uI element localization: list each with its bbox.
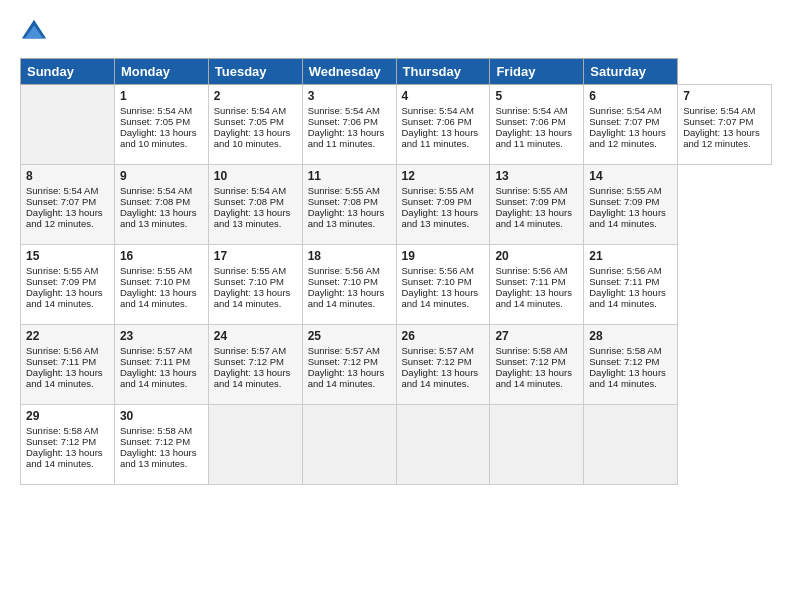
sunset-label: Sunset: 7:12 PM: [26, 436, 96, 447]
sunset-label: Sunset: 7:05 PM: [214, 116, 284, 127]
day-header-friday: Friday: [490, 59, 584, 85]
daylight-label: Daylight: 13 hours and 14 minutes.: [214, 287, 291, 309]
daylight-label: Daylight: 13 hours and 10 minutes.: [214, 127, 291, 149]
calendar-cell: 2 Sunrise: 5:54 AM Sunset: 7:05 PM Dayli…: [208, 85, 302, 165]
day-number: 5: [495, 89, 578, 103]
sunrise-label: Sunrise: 5:58 AM: [26, 425, 98, 436]
day-number: 7: [683, 89, 766, 103]
page: SundayMondayTuesdayWednesdayThursdayFrid…: [0, 0, 792, 612]
day-number: 22: [26, 329, 109, 343]
calendar-cell: 4 Sunrise: 5:54 AM Sunset: 7:06 PM Dayli…: [396, 85, 490, 165]
sunset-label: Sunset: 7:09 PM: [26, 276, 96, 287]
day-number: 21: [589, 249, 672, 263]
day-number: 1: [120, 89, 203, 103]
calendar-cell: 23 Sunrise: 5:57 AM Sunset: 7:11 PM Dayl…: [114, 325, 208, 405]
day-number: 28: [589, 329, 672, 343]
day-header-tuesday: Tuesday: [208, 59, 302, 85]
day-number: 13: [495, 169, 578, 183]
calendar-cell: 27 Sunrise: 5:58 AM Sunset: 7:12 PM Dayl…: [490, 325, 584, 405]
week-row-3: 15 Sunrise: 5:55 AM Sunset: 7:09 PM Dayl…: [21, 245, 772, 325]
calendar-cell: [490, 405, 584, 485]
sunset-label: Sunset: 7:12 PM: [214, 356, 284, 367]
day-number: 23: [120, 329, 203, 343]
sunset-label: Sunset: 7:11 PM: [26, 356, 96, 367]
calendar-cell: 28 Sunrise: 5:58 AM Sunset: 7:12 PM Dayl…: [584, 325, 678, 405]
sunrise-label: Sunrise: 5:54 AM: [120, 185, 192, 196]
sunrise-label: Sunrise: 5:57 AM: [402, 345, 474, 356]
sunrise-label: Sunrise: 5:55 AM: [120, 265, 192, 276]
sunset-label: Sunset: 7:12 PM: [308, 356, 378, 367]
daylight-label: Daylight: 13 hours and 14 minutes.: [308, 367, 385, 389]
daylight-label: Daylight: 13 hours and 13 minutes.: [120, 207, 197, 229]
daylight-label: Daylight: 13 hours and 14 minutes.: [402, 287, 479, 309]
sunrise-label: Sunrise: 5:54 AM: [683, 105, 755, 116]
daylight-label: Daylight: 13 hours and 14 minutes.: [26, 367, 103, 389]
sunrise-label: Sunrise: 5:55 AM: [495, 185, 567, 196]
daylight-label: Daylight: 13 hours and 14 minutes.: [589, 367, 666, 389]
sunrise-label: Sunrise: 5:54 AM: [214, 185, 286, 196]
daylight-label: Daylight: 13 hours and 14 minutes.: [26, 287, 103, 309]
sunrise-label: Sunrise: 5:54 AM: [495, 105, 567, 116]
sunrise-label: Sunrise: 5:58 AM: [589, 345, 661, 356]
empty-cell: [21, 85, 115, 165]
calendar-cell: 7 Sunrise: 5:54 AM Sunset: 7:07 PM Dayli…: [678, 85, 772, 165]
sunset-label: Sunset: 7:12 PM: [495, 356, 565, 367]
sunrise-label: Sunrise: 5:58 AM: [495, 345, 567, 356]
calendar-cell: 18 Sunrise: 5:56 AM Sunset: 7:10 PM Dayl…: [302, 245, 396, 325]
day-number: 6: [589, 89, 672, 103]
calendar-cell: 15 Sunrise: 5:55 AM Sunset: 7:09 PM Dayl…: [21, 245, 115, 325]
daylight-label: Daylight: 13 hours and 14 minutes.: [120, 287, 197, 309]
day-number: 20: [495, 249, 578, 263]
day-number: 4: [402, 89, 485, 103]
calendar-cell: 1 Sunrise: 5:54 AM Sunset: 7:05 PM Dayli…: [114, 85, 208, 165]
sunset-label: Sunset: 7:12 PM: [589, 356, 659, 367]
sunset-label: Sunset: 7:11 PM: [120, 356, 190, 367]
calendar-cell: 30 Sunrise: 5:58 AM Sunset: 7:12 PM Dayl…: [114, 405, 208, 485]
week-row-5: 29 Sunrise: 5:58 AM Sunset: 7:12 PM Dayl…: [21, 405, 772, 485]
day-number: 14: [589, 169, 672, 183]
daylight-label: Daylight: 13 hours and 14 minutes.: [308, 287, 385, 309]
day-number: 16: [120, 249, 203, 263]
sunset-label: Sunset: 7:06 PM: [308, 116, 378, 127]
day-number: 2: [214, 89, 297, 103]
daylight-label: Daylight: 13 hours and 14 minutes.: [495, 367, 572, 389]
day-number: 12: [402, 169, 485, 183]
sunrise-label: Sunrise: 5:54 AM: [26, 185, 98, 196]
daylight-label: Daylight: 13 hours and 11 minutes.: [308, 127, 385, 149]
sunrise-label: Sunrise: 5:57 AM: [308, 345, 380, 356]
sunset-label: Sunset: 7:08 PM: [308, 196, 378, 207]
sunrise-label: Sunrise: 5:56 AM: [308, 265, 380, 276]
calendar-header-row: SundayMondayTuesdayWednesdayThursdayFrid…: [21, 59, 772, 85]
sunset-label: Sunset: 7:08 PM: [214, 196, 284, 207]
sunrise-label: Sunrise: 5:57 AM: [120, 345, 192, 356]
day-header-wednesday: Wednesday: [302, 59, 396, 85]
sunrise-label: Sunrise: 5:56 AM: [26, 345, 98, 356]
daylight-label: Daylight: 13 hours and 11 minutes.: [495, 127, 572, 149]
sunrise-label: Sunrise: 5:54 AM: [589, 105, 661, 116]
day-number: 19: [402, 249, 485, 263]
calendar-cell: 10 Sunrise: 5:54 AM Sunset: 7:08 PM Dayl…: [208, 165, 302, 245]
sunrise-label: Sunrise: 5:55 AM: [308, 185, 380, 196]
header: [20, 18, 772, 46]
sunrise-label: Sunrise: 5:55 AM: [589, 185, 661, 196]
daylight-label: Daylight: 13 hours and 14 minutes.: [589, 207, 666, 229]
daylight-label: Daylight: 13 hours and 14 minutes.: [120, 367, 197, 389]
calendar-cell: 25 Sunrise: 5:57 AM Sunset: 7:12 PM Dayl…: [302, 325, 396, 405]
sunset-label: Sunset: 7:09 PM: [402, 196, 472, 207]
day-number: 26: [402, 329, 485, 343]
daylight-label: Daylight: 13 hours and 14 minutes.: [495, 287, 572, 309]
sunset-label: Sunset: 7:10 PM: [214, 276, 284, 287]
sunset-label: Sunset: 7:07 PM: [26, 196, 96, 207]
sunset-label: Sunset: 7:11 PM: [495, 276, 565, 287]
day-number: 11: [308, 169, 391, 183]
calendar-cell: 11 Sunrise: 5:55 AM Sunset: 7:08 PM Dayl…: [302, 165, 396, 245]
calendar-table: SundayMondayTuesdayWednesdayThursdayFrid…: [20, 58, 772, 485]
daylight-label: Daylight: 13 hours and 10 minutes.: [120, 127, 197, 149]
sunrise-label: Sunrise: 5:55 AM: [214, 265, 286, 276]
week-row-1: 1 Sunrise: 5:54 AM Sunset: 7:05 PM Dayli…: [21, 85, 772, 165]
daylight-label: Daylight: 13 hours and 14 minutes.: [402, 367, 479, 389]
logo: [20, 18, 52, 46]
sunset-label: Sunset: 7:06 PM: [495, 116, 565, 127]
day-header-sunday: Sunday: [21, 59, 115, 85]
calendar-cell: 3 Sunrise: 5:54 AM Sunset: 7:06 PM Dayli…: [302, 85, 396, 165]
